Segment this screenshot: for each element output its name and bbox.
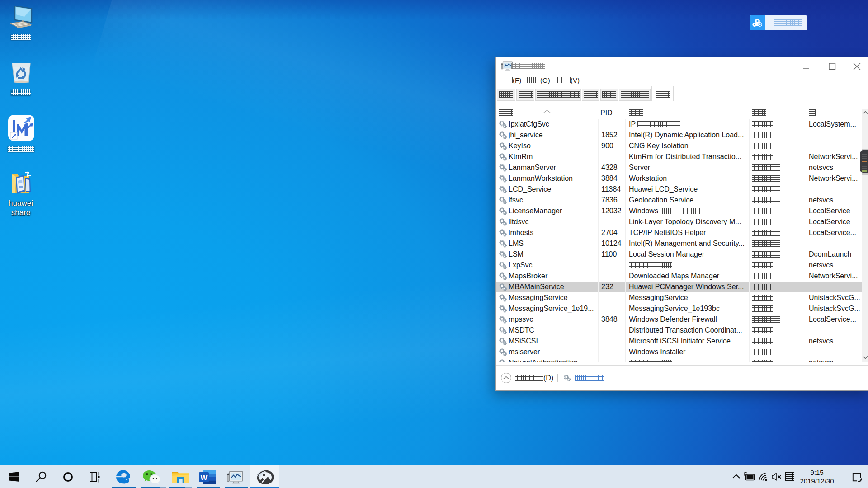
svg-text:W: W — [200, 474, 208, 482]
